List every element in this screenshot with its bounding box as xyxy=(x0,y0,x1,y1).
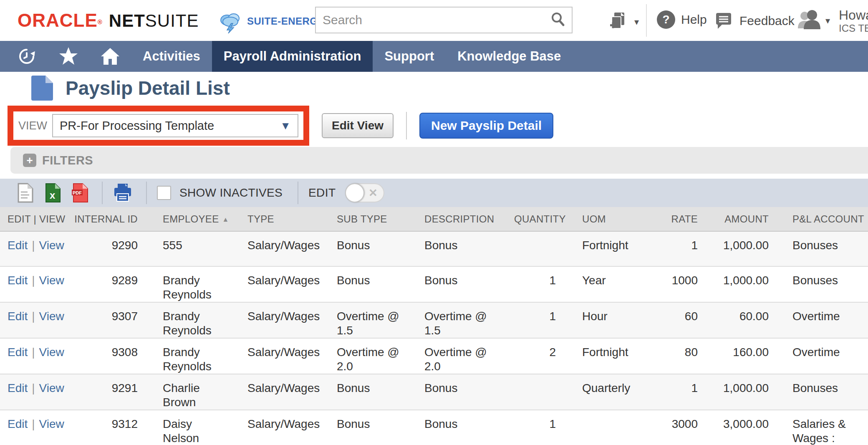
cell-amount: 60.00 xyxy=(698,302,769,338)
table-row: Edit|View 9312 Daisy Nelson Salary/Wages… xyxy=(0,410,868,445)
col-header-pl-account[interactable]: P&L ACCOUNT xyxy=(769,207,868,231)
col-header-quantity[interactable]: QUANTITY xyxy=(514,207,556,231)
svg-text:PDF: PDF xyxy=(73,190,82,195)
link-separator: | xyxy=(28,417,39,430)
nav-tab-payroll-administration[interactable]: Payroll Administration xyxy=(212,41,373,72)
cell-rate: 80 xyxy=(666,338,698,374)
cell-description: Bonus xyxy=(424,410,514,445)
cell-quantity: 1 xyxy=(514,266,556,302)
link-separator: | xyxy=(28,310,39,323)
view-link[interactable]: View xyxy=(39,417,64,430)
oracle-wordmark: ORACLE xyxy=(18,10,98,30)
edit-view-button[interactable]: Edit View xyxy=(322,113,394,138)
cell-uom: Quarterly xyxy=(556,374,666,410)
global-search xyxy=(315,7,573,33)
col-header-employee[interactable]: EMPLOYEE▲ xyxy=(138,207,247,231)
cell-employee: Brandy Reynolds xyxy=(138,338,247,374)
search-input[interactable] xyxy=(316,13,550,27)
nav-tab-knowledge-base[interactable]: Knowledge Base xyxy=(446,41,573,72)
help-button[interactable]: ? Help xyxy=(657,10,707,29)
netsuite-wordmark-light: SUITE xyxy=(145,11,199,30)
cell-description: Overtime @ 1.5 xyxy=(424,302,514,338)
edit-link[interactable]: Edit xyxy=(8,346,28,359)
table-row: Edit|View 9291 Charlie Brown Salary/Wage… xyxy=(0,374,868,410)
payslip-detail-table: EDIT | VIEW INTERNAL ID EMPLOYEE▲ TYPE S… xyxy=(0,207,868,445)
cell-quantity: 1 xyxy=(514,302,556,338)
col-header-description[interactable]: DESCRIPTION xyxy=(424,207,514,231)
feedback-button[interactable]: Feedback xyxy=(714,10,795,31)
filters-expander[interactable]: + FILTERS xyxy=(10,147,868,174)
view-dropdown[interactable]: PR-For Processing Template ▼ xyxy=(52,114,298,137)
link-separator: | xyxy=(28,382,39,394)
view-link[interactable]: View xyxy=(39,346,64,359)
cell-sub-type: Bonus xyxy=(337,231,424,266)
edit-link[interactable]: Edit xyxy=(8,417,28,430)
new-payslip-detail-button[interactable]: New Payslip Detail xyxy=(419,113,553,139)
cell-type: Salary/Wages xyxy=(247,302,337,338)
search-icon[interactable] xyxy=(550,11,566,29)
export-csv-icon[interactable] xyxy=(17,183,33,203)
create-new-menu[interactable]: ▾ xyxy=(608,10,639,34)
toolbar-divider xyxy=(146,182,147,204)
edit-link[interactable]: Edit xyxy=(8,310,28,323)
print-icon[interactable] xyxy=(113,183,133,203)
cell-internal-id: 9307 xyxy=(71,302,138,338)
page-title-bar: Payslip Detail List xyxy=(0,72,868,104)
link-separator: | xyxy=(28,274,39,287)
cell-quantity: 1 xyxy=(514,410,556,445)
edit-toggle[interactable]: ✕ xyxy=(345,183,384,202)
user-menu[interactable]: ▾ xyxy=(796,8,830,33)
payslip-document-icon xyxy=(31,74,55,102)
cell-internal-id: 9290 xyxy=(71,231,138,266)
nav-tab-activities[interactable]: Activities xyxy=(131,41,212,72)
export-excel-icon[interactable]: x xyxy=(44,183,61,203)
cell-pl-account: Bonuses xyxy=(769,266,868,302)
sort-ascending-icon: ▲ xyxy=(222,216,229,223)
nav-tab-support[interactable]: Support xyxy=(373,41,446,72)
export-pdf-icon[interactable]: PDF xyxy=(72,183,88,203)
cell-amount: 160.00 xyxy=(698,338,769,374)
cell-amount: 1,000.00 xyxy=(698,374,769,410)
cell-rate: 1 xyxy=(666,231,698,266)
edit-link[interactable]: Edit xyxy=(8,274,28,287)
col-header-type[interactable]: TYPE xyxy=(247,207,337,231)
cell-type: Salary/Wages xyxy=(247,231,337,266)
cell-employee: Daisy Nelson xyxy=(138,410,247,445)
col-header-uom[interactable]: UOM xyxy=(556,207,666,231)
user-name: Howar xyxy=(839,8,868,23)
cell-quantity xyxy=(514,374,556,410)
cell-type: Salary/Wages xyxy=(247,266,337,302)
col-header-internal-id[interactable]: INTERNAL ID xyxy=(71,207,138,231)
cell-quantity xyxy=(514,231,556,266)
list-toolbar: x PDF SHOW INACTIVES ED xyxy=(0,179,868,207)
home-icon[interactable] xyxy=(89,41,131,72)
header-divider xyxy=(646,4,647,37)
recent-records-icon[interactable] xyxy=(6,41,48,72)
shortcuts-star-icon[interactable] xyxy=(48,41,89,72)
cell-amount: 1,000.00 xyxy=(698,266,769,302)
cell-description: Bonus xyxy=(424,266,514,302)
company-logo: SUITE-ENERGY xyxy=(217,8,325,35)
oracle-netsuite-logo: ORACLE®NETSUITE xyxy=(18,10,199,31)
view-link[interactable]: View xyxy=(39,274,64,287)
table-row: Edit|View 9290 555 Salary/Wages Bonus Bo… xyxy=(0,231,868,266)
view-link[interactable]: View xyxy=(39,382,64,394)
col-header-sub-type[interactable]: SUB TYPE xyxy=(337,207,424,231)
col-header-amount[interactable]: AMOUNT xyxy=(698,207,769,231)
cell-internal-id: 9291 xyxy=(71,374,138,410)
cloud-lightning-icon xyxy=(217,8,243,35)
view-link[interactable]: View xyxy=(39,310,64,323)
cell-pl-account: Overtime xyxy=(769,302,868,338)
annotation-highlight-box: VIEW PR-For Processing Template ▼ xyxy=(8,106,309,146)
edit-link[interactable]: Edit xyxy=(8,239,28,252)
help-icon: ? xyxy=(657,10,675,29)
col-header-rate[interactable]: RATE xyxy=(666,207,698,231)
button-divider xyxy=(406,112,407,139)
avatar-icon xyxy=(796,8,822,33)
chevron-down-icon: ▾ xyxy=(634,17,639,28)
edit-link[interactable]: Edit xyxy=(8,382,28,394)
cell-amount: 3,000.00 xyxy=(698,410,769,445)
show-inactives-checkbox[interactable] xyxy=(157,186,171,200)
view-link[interactable]: View xyxy=(39,239,64,252)
cell-rate: 60 xyxy=(666,302,698,338)
